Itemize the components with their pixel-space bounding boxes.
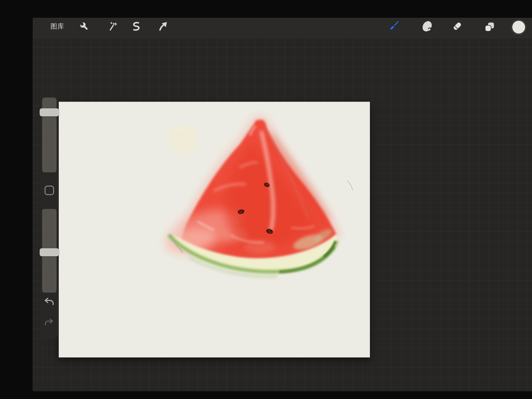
undo-button[interactable]: [44, 297, 55, 307]
paint-brush-icon: [388, 19, 401, 32]
transform-arrow-icon: [157, 21, 168, 32]
erase-tool-button[interactable]: [451, 20, 464, 33]
adjustments-button[interactable]: [106, 20, 118, 32]
stray-stroke: [347, 181, 352, 190]
color-swatch-button[interactable]: [512, 21, 525, 34]
drawing-canvas[interactable]: [59, 102, 370, 357]
magic-wand-icon: [107, 21, 117, 32]
eraser-icon: [451, 20, 463, 32]
selection-s-icon: [131, 21, 142, 32]
smudge-finger-icon: [420, 20, 432, 32]
actions-button[interactable]: [78, 20, 90, 32]
layers-icon: [482, 21, 494, 33]
paint-tool-button[interactable]: [388, 19, 401, 32]
gallery-button[interactable]: 图库: [50, 22, 64, 31]
transform-button[interactable]: [157, 20, 169, 32]
redo-button[interactable]: [44, 318, 53, 327]
undo-icon: [44, 297, 55, 306]
wrench-icon: [79, 21, 89, 32]
layers-button[interactable]: [482, 20, 495, 34]
brush-size-thumb[interactable]: [40, 108, 59, 116]
watermelon-artwork: [59, 102, 370, 357]
opacity-thumb[interactable]: [40, 248, 59, 256]
yellow-smudge: [168, 125, 198, 155]
sidebar: [40, 98, 58, 337]
ipad-screen-photo: 图库: [0, 0, 532, 399]
selection-button[interactable]: [130, 20, 142, 32]
smudge-tool-button[interactable]: [419, 19, 432, 32]
redo-icon: [44, 318, 53, 326]
modify-button[interactable]: [45, 186, 54, 195]
